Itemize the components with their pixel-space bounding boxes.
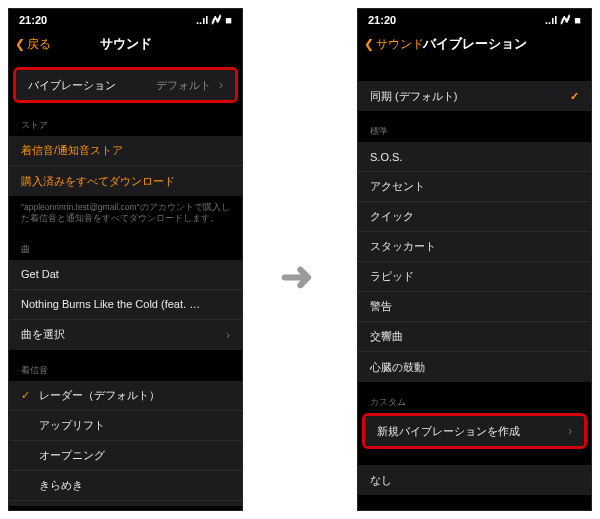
vibration-item[interactable]: クイック [358, 202, 591, 232]
status-time: 21:20 [368, 14, 396, 26]
status-indicators: ..ıl 🗲 ■ [545, 14, 581, 26]
status-time: 21:20 [19, 14, 47, 26]
vibration-label: バイブレーション [28, 78, 116, 93]
section-header-custom: カスタム [358, 382, 591, 413]
back-label: 戻る [27, 36, 51, 53]
content-left: バイブレーション デフォルト › ストア 着信音/通知音ストア 購入済みをすべて… [9, 59, 242, 506]
ringtone-item-selected[interactable]: ✓ レーダー（デフォルト） [9, 381, 242, 411]
content-right: 同期 (デフォルト) ✓ 標準 S.O.S. アクセント クイック スタッカート… [358, 59, 591, 506]
chevron-right-icon: › [226, 328, 230, 342]
song-item[interactable]: Nothing Burns Like the Cold (feat. Vinc.… [9, 290, 242, 320]
create-vibration-row[interactable]: 新規バイブレーションを作成 › [365, 416, 584, 446]
vibration-value: デフォルト [156, 78, 211, 93]
ringtone-item[interactable]: オープニング [9, 441, 242, 471]
highlighted-create-vibration: 新規バイブレーションを作成 › [362, 413, 587, 449]
vibration-item[interactable]: 交響曲 [358, 322, 591, 352]
back-label: サウンド [376, 36, 424, 53]
ringtone-item[interactable]: サーキット [9, 501, 242, 506]
status-bar: 21:20 ..ıl 🗲 ■ [9, 9, 242, 29]
phone-screen-vibration: 21:20 ..ıl 🗲 ■ ❮ サウンド バイブレーション 同期 (デフォルト… [357, 8, 592, 511]
ringtone-item[interactable]: きらめき [9, 471, 242, 501]
back-button[interactable]: ❮ 戻る [15, 36, 51, 53]
nav-bar: ❮ サウンド バイブレーション [358, 29, 591, 59]
nav-bar: ❮ 戻る サウンド [9, 29, 242, 59]
chevron-left-icon: ❮ [364, 37, 374, 51]
status-indicators: ..ıl 🗲 ■ [196, 14, 232, 26]
vibration-item[interactable]: ラピッド [358, 262, 591, 292]
vibration-item[interactable]: アクセント [358, 172, 591, 202]
vibration-row[interactable]: バイブレーション デフォルト › [16, 70, 235, 100]
vibration-item[interactable]: 警告 [358, 292, 591, 322]
chevron-left-icon: ❮ [15, 37, 25, 51]
none-row[interactable]: なし [358, 465, 591, 495]
back-button[interactable]: ❮ サウンド [364, 36, 424, 53]
vibration-item[interactable]: S.O.S. [358, 142, 591, 172]
store-footer: "appleonrinrin.test@gmail.com"のアカウントで購入し… [9, 196, 242, 229]
ringtone-item[interactable]: アップリフト [9, 411, 242, 441]
vibration-item[interactable]: スタッカート [358, 232, 591, 262]
section-header-store: ストア [9, 105, 242, 136]
section-header-songs: 曲 [9, 229, 242, 260]
sync-default-row[interactable]: 同期 (デフォルト) ✓ [358, 81, 591, 111]
phone-screen-sound: 21:20 ..ıl 🗲 ■ ❮ 戻る サウンド バイブレーション デフォルト … [8, 8, 243, 511]
arrow-right-icon: ➜ [280, 256, 314, 296]
pick-song-row[interactable]: 曲を選択 › [9, 320, 242, 350]
chevron-right-icon: › [219, 78, 223, 92]
check-icon: ✓ [570, 90, 579, 103]
tone-store-link[interactable]: 着信音/通知音ストア [9, 136, 242, 166]
download-all-link[interactable]: 購入済みをすべてダウンロード [9, 166, 242, 196]
chevron-right-icon: › [568, 424, 572, 438]
section-header-standard: 標準 [358, 111, 591, 142]
check-icon: ✓ [21, 389, 31, 402]
song-item[interactable]: Get Dat [9, 260, 242, 290]
section-header-ringtones: 着信音 [9, 350, 242, 381]
vibration-item[interactable]: 心臓の鼓動 [358, 352, 591, 382]
highlighted-vibration-row: バイブレーション デフォルト › [13, 67, 238, 103]
status-bar: 21:20 ..ıl 🗲 ■ [358, 9, 591, 29]
